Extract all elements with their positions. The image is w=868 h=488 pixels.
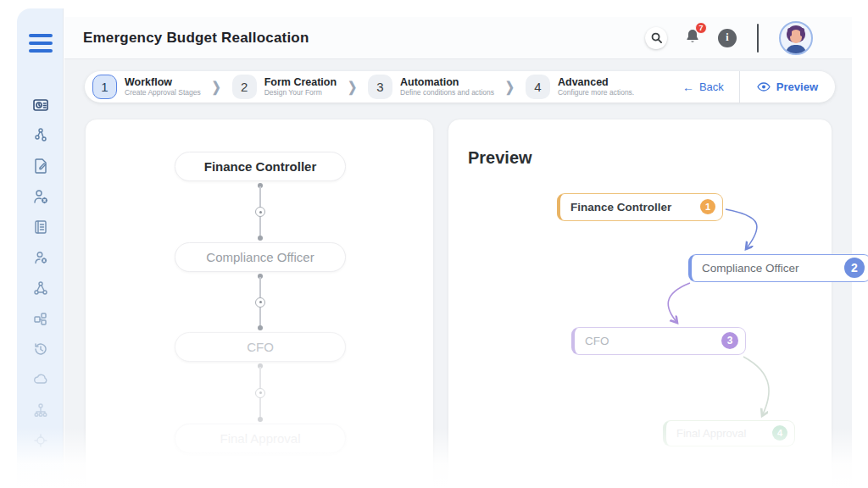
preview-node-finance-controller[interactable]: Finance Controller 1 [557,193,723,221]
info-icon[interactable]: i [718,29,737,47]
arrow-3-to-4 [743,357,769,416]
step-title: Workflow [125,76,201,88]
workflow-editor-panel: Finance Controller Compliance Officer CF… [85,119,434,488]
preview-node-badge: 4 [772,425,787,441]
preview-panel-title: Preview [468,148,532,168]
user-settings-icon[interactable] [32,188,49,205]
connector-add-icon[interactable] [255,388,265,398]
step-workflow[interactable]: 1 Workflow Create Approval Stages [92,75,201,99]
stage-connector [259,183,261,241]
dashboard-icon[interactable] [32,97,49,114]
header-divider [757,24,759,53]
step-title: Automation [400,76,494,88]
workflow-stepper: 1 Workflow Create Approval Stages ❯ 2 Fo… [85,71,835,103]
step-title: Form Creation [264,76,337,88]
step-subtitle: Design Your Form [264,89,337,97]
preview-node-label: Finance Controller [560,201,671,214]
step-advanced[interactable]: 4 Advanced Configure more actions. [526,75,634,99]
preview-node-badge: 3 [721,332,738,349]
hamburger-menu-icon[interactable] [29,34,53,53]
hierarchy-icon[interactable] [32,402,49,419]
header-actions: 7 i [645,21,813,55]
stepper-actions: ← Back Preview [667,71,835,103]
stage-node-finance-controller[interactable]: Finance Controller [175,152,346,181]
chevron-right-icon: ❯ [348,79,357,95]
stage-connector [259,363,261,422]
preview-node-badge: 1 [700,199,715,214]
modules-icon[interactable] [32,310,49,327]
step-number: 2 [232,75,257,99]
preview-node-compliance-officer[interactable]: Compliance Officer 2 [688,254,868,282]
step-title: Advanced [558,76,634,88]
cloud-icon[interactable] [32,371,49,388]
stage-node-cfo[interactable]: CFO [175,332,346,362]
step-subtitle: Create Approval Stages [125,89,201,97]
integrations-icon[interactable] [32,280,49,297]
main-content: 1 Workflow Create Approval Stages ❯ 2 Fo… [64,59,852,488]
eye-icon [757,82,771,92]
chevron-right-icon: ❯ [505,79,515,95]
app-window: Emergency Budget Reallocation 7 i 1 [0,0,868,488]
history-icon[interactable] [32,341,49,358]
stage-node-final-approval[interactable]: Final Approval [175,424,346,453]
page-title: Emergency Budget Reallocation [83,30,309,47]
chevron-right-icon: ❯ [212,79,221,95]
preview-node-badge: 2 [844,258,865,278]
step-form-creation[interactable]: 2 Form Creation Design Your Form [232,75,337,99]
preview-node-label: Compliance Officer [692,262,799,274]
connector-add-icon[interactable] [255,297,265,308]
preview-node-label: Final Approval [666,427,746,440]
step-automation[interactable]: 3 Automation Define conditions and actio… [368,75,494,99]
back-arrow-icon: ← [682,80,694,94]
step-number: 3 [368,75,392,99]
arrow-2-to-3 [668,283,690,323]
sidebar [17,8,64,488]
back-label: Back [699,80,724,93]
team-icon[interactable] [32,249,49,266]
step-number: 4 [526,75,550,99]
arrow-1-to-2 [726,209,757,249]
stage-connector [259,274,261,330]
preview-node-cfo[interactable]: CFO 3 [571,327,746,355]
notifications-bell-icon[interactable]: 7 [684,28,701,48]
search-icon[interactable] [645,27,667,49]
workflow-icon[interactable] [32,127,49,144]
preview-button[interactable]: Preview [740,80,835,93]
back-button[interactable]: ← Back [667,80,739,94]
records-icon[interactable] [32,219,49,236]
node-icon[interactable] [32,432,49,449]
step-subtitle: Define conditions and actions [400,89,494,97]
step-subtitle: Configure more actions. [558,89,634,97]
step-number: 1 [92,75,117,99]
form-edit-icon[interactable] [32,158,49,175]
stage-node-compliance-officer[interactable]: Compliance Officer [175,242,346,272]
preview-node-final-approval[interactable]: Final Approval 4 [663,420,795,446]
preview-node-label: CFO [575,335,609,347]
user-avatar[interactable] [779,21,813,55]
connector-add-icon[interactable] [255,207,265,217]
sidebar-nav [17,97,64,449]
preview-panel: Preview Finance Con [448,119,832,488]
notification-badge: 7 [695,22,707,34]
preview-label: Preview [776,80,818,93]
top-header: Emergency Budget Reallocation 7 i [64,17,852,59]
